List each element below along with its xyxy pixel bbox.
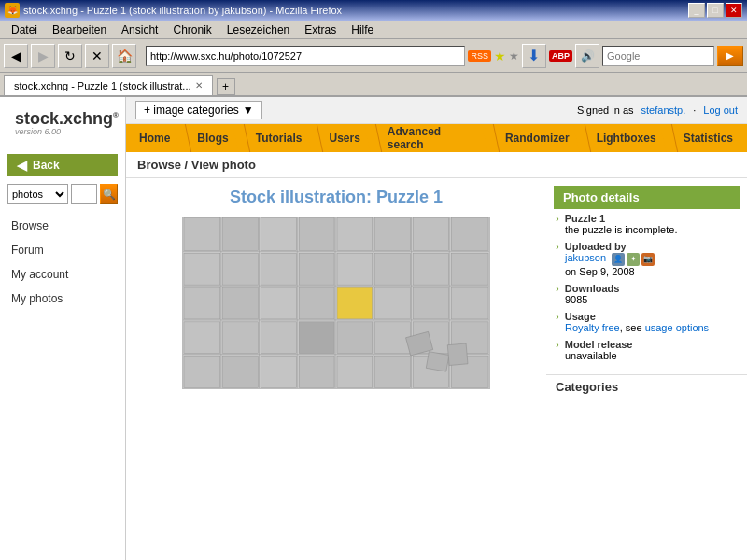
search-type-dropdown[interactable]: photos illustrations — [7, 184, 68, 204]
svg-rect-18 — [299, 218, 334, 251]
svg-rect-25 — [261, 253, 296, 285]
model-release-label: Model release — [565, 339, 633, 350]
downloads-label: Downloads — [565, 283, 620, 294]
user-icon-3: 📷 — [641, 253, 655, 266]
address-bar: RSS ★ ★ — [146, 46, 519, 66]
svg-rect-16 — [223, 218, 259, 251]
svg-rect-29 — [413, 253, 448, 285]
content-area: + image categories ▼ Signed in as stefan… — [126, 97, 747, 560]
bullet-usage: › — [556, 311, 559, 322]
stop-button[interactable]: ✕ — [85, 44, 109, 68]
sidebar-item-forum[interactable]: Forum — [0, 238, 125, 262]
svg-rect-37 — [413, 287, 448, 319]
svg-rect-31 — [184, 287, 220, 319]
tab-blogs[interactable]: Blogs — [184, 124, 242, 152]
maximize-button[interactable]: □ — [707, 3, 724, 18]
svg-rect-32 — [223, 287, 259, 319]
photo-main: Stock illustration: Puzzle 1 — [126, 178, 546, 399]
new-tab-button[interactable]: + — [217, 78, 235, 95]
svg-rect-23 — [184, 253, 220, 285]
tab-randomizer[interactable]: Randomizer — [492, 124, 584, 152]
menu-ansicht[interactable]: Ansicht — [114, 21, 165, 38]
svg-rect-44 — [375, 322, 411, 354]
bullet-uploaded: › — [556, 241, 559, 252]
search-input[interactable] — [602, 46, 714, 66]
logo-text: stock.xchng® — [15, 110, 119, 127]
star-icon[interactable]: ★ — [494, 49, 506, 63]
svg-rect-24 — [223, 253, 259, 285]
svg-rect-51 — [337, 357, 373, 388]
logout-link[interactable]: Log out — [703, 105, 738, 116]
close-button[interactable]: ✕ — [726, 3, 742, 18]
logo-version: version 6.00 — [15, 127, 119, 136]
title-bar: 🦊 stock.xchng - Puzzle 1 (stock illustra… — [0, 0, 747, 21]
sidebar-item-myaccount[interactable]: My account — [0, 262, 125, 287]
tab-users[interactable]: Users — [316, 124, 374, 152]
refresh-button[interactable]: ↻ — [58, 44, 82, 68]
bullet-downloads: › — [556, 283, 559, 294]
model-release-value: unavailable — [556, 350, 617, 361]
menu-chronik[interactable]: Chronik — [165, 21, 218, 38]
adblock-icon[interactable]: ABP — [549, 50, 572, 62]
svg-rect-28 — [375, 253, 411, 285]
tab-tutorials[interactable]: Tutorials — [243, 124, 317, 152]
menu-lesezeichen[interactable]: Lesezeichen — [219, 21, 297, 38]
svg-rect-50 — [299, 357, 334, 388]
download-button[interactable]: ⬇ — [522, 44, 546, 68]
menu-datei[interactable]: Datei — [4, 21, 45, 38]
toolbar: ◀ ▶ ↻ ✕ 🏠 RSS ★ ★ ⬇ ABP 🔊 ▶ — [0, 39, 747, 73]
search-button[interactable]: ▶ — [717, 46, 743, 66]
sidebar-search-button[interactable]: 🔍 — [100, 184, 118, 204]
search-row: photos illustrations 🔍 — [7, 184, 118, 204]
sidebar-item-myphotos[interactable]: My photos — [0, 287, 125, 311]
user-icons: 👤 ✦ 📷 — [612, 253, 655, 266]
menu-hilfe[interactable]: Hilfe — [344, 21, 381, 38]
browser-tab-active[interactable]: stock.xchng - Puzzle 1 (stock illustrat.… — [4, 75, 213, 95]
uploader-link[interactable]: jakubson — [565, 252, 606, 263]
sidebar-navigation: Browse Forum My account My photos — [0, 214, 125, 311]
svg-rect-20 — [375, 218, 411, 251]
back-arrow-icon: ◀ — [17, 158, 27, 173]
image-categories-dropdown[interactable]: + image categories ▼ — [135, 101, 262, 119]
tab-home[interactable]: Home — [126, 124, 184, 152]
window-controls[interactable]: _ □ ✕ — [688, 3, 742, 18]
svg-rect-39 — [184, 322, 220, 354]
tab-lightboxes[interactable]: Lightboxes — [584, 124, 670, 152]
menu-bearbeiten[interactable]: Bearbeiten — [45, 21, 114, 38]
address-input[interactable] — [146, 46, 465, 66]
svg-rect-57 — [447, 343, 468, 366]
usage-options-link[interactable]: usage options — [645, 322, 710, 333]
bookmark-icon[interactable]: ★ — [509, 49, 519, 63]
close-tab-icon[interactable]: ✕ — [195, 80, 203, 91]
svg-rect-26 — [299, 253, 334, 285]
svg-rect-33 — [261, 287, 296, 319]
svg-rect-52 — [375, 357, 411, 388]
svg-rect-35 — [337, 287, 373, 319]
svg-rect-38 — [451, 287, 488, 319]
minimize-button[interactable]: _ — [688, 3, 705, 18]
tab-statistics[interactable]: Statistics — [670, 124, 747, 152]
home-button[interactable]: 🏠 — [112, 44, 136, 68]
sidebar-item-browse[interactable]: Browse — [0, 214, 125, 238]
tab-advanced-search[interactable]: Advanced search — [374, 124, 492, 152]
detail-usage: › Usage Royalty free, see usage options — [556, 311, 738, 333]
sidebar-search-input[interactable] — [71, 184, 97, 204]
dropdown-arrow-icon: ▼ — [243, 104, 254, 117]
back-navigation-button[interactable]: ◀ Back — [7, 154, 118, 176]
photo-details-body: › Puzzle 1 the puzzle is incomplete. › U… — [546, 209, 747, 371]
royalty-free-link[interactable]: Royalty free — [565, 322, 620, 333]
puzzle-svg — [183, 217, 489, 389]
logo-text-area: stock.xchng® version 6.00 — [15, 110, 119, 136]
categories-header: Categories — [546, 374, 747, 399]
usage-label: Usage — [565, 311, 596, 322]
photo-name: Puzzle 1 — [565, 213, 605, 224]
forward-button[interactable]: ▶ — [31, 44, 55, 68]
signed-in-user-link[interactable]: stefanstp. — [641, 105, 686, 116]
downloads-count: 9085 — [556, 294, 587, 305]
detail-downloads: › Downloads 9085 — [556, 283, 738, 305]
menu-extras[interactable]: Extras — [297, 21, 344, 38]
speaker-button[interactable]: 🔊 — [575, 44, 599, 68]
usage-suffix: , see — [620, 322, 642, 333]
back-button[interactable]: ◀ — [4, 44, 28, 68]
nav-tabs: Home Blogs Tutorials Users Advanced sear… — [126, 124, 747, 152]
